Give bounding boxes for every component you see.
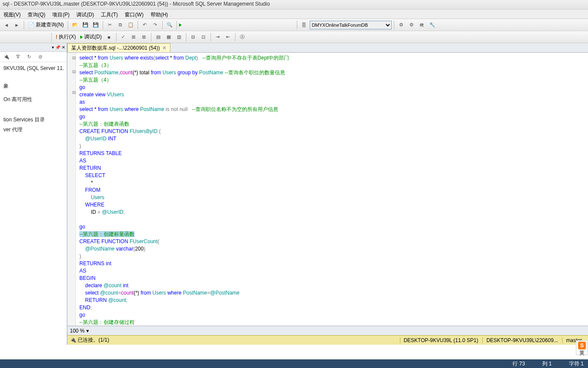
nav-fwd-icon[interactable]: ► (12, 20, 22, 30)
database-selector[interactable]: DMYXOnlineTalkForumDB (310, 21, 392, 29)
tool-icon-2[interactable]: ⚙ (407, 20, 416, 30)
tree-item[interactable]: ver 代理 (2, 125, 65, 135)
menu-project[interactable]: 项目(P) (49, 10, 73, 18)
save-all-icon[interactable]: 💾 (91, 20, 101, 30)
tool-icon-4[interactable]: 🔧 (428, 20, 437, 30)
cursor-char: 字符 1 (569, 360, 584, 368)
new-query-button[interactable]: 📄 新建查询(N) (26, 21, 66, 29)
title-bar: sql - DESKTOP-9KVU39L.master (DESKTOP-9K… (0, 0, 588, 10)
specify-values-icon[interactable]: Ⓐ (238, 32, 247, 42)
open-file-icon[interactable]: 📂 (70, 20, 80, 30)
tree-item[interactable]: On 高可用性 (2, 95, 65, 105)
save-icon[interactable]: 💾 (81, 20, 90, 30)
ime-indicator[interactable]: S英 (576, 340, 588, 355)
object-tree[interactable]: 9KVU39L (SQL Server 11. 象 On 高可用性 tion S… (0, 62, 67, 136)
copy-icon[interactable]: ⧉ (116, 20, 125, 30)
indent-icon[interactable]: ⇥ (213, 32, 223, 42)
tool-icon-3[interactable]: 🛠 (417, 20, 427, 30)
editor-area: 某人资部数据库.sql -...\22060901 (54)) ✕ ⊟ ⊟ ⊟ … (67, 43, 588, 345)
zoom-level[interactable]: 100 % (70, 328, 85, 334)
parse-icon[interactable]: ✓ (119, 32, 128, 42)
zoom-bar: 100 % ▾ (67, 326, 588, 335)
undo-icon[interactable]: ↶ (140, 20, 150, 30)
menu-window[interactable]: 窗口(W) (121, 10, 147, 18)
nav-back-icon[interactable]: ◄ (2, 20, 11, 30)
menu-bar: 视图(V) 查询(Q) 项目(P) 调试(D) 工具(T) 窗口(W) 帮助(H… (0, 10, 588, 19)
stop-icon[interactable]: ⊘ (35, 52, 45, 62)
menu-debug[interactable]: 调试(D) (73, 10, 97, 18)
cursor-line: 行 73 (513, 360, 525, 368)
comment-icon[interactable]: ⊟ (189, 32, 198, 42)
fold-column[interactable]: ⊟ ⊟ ⊟ (72, 54, 76, 96)
menu-help[interactable]: 帮助(H) (147, 10, 172, 18)
run-icon[interactable] (179, 23, 182, 27)
db-icon: 🗄 (299, 20, 309, 30)
status-bar: 🔌 已连接。(1/1) DESKTOP-9KVU39L (11.0 SP1) D… (67, 335, 588, 345)
outdent-icon[interactable]: ⇤ (223, 32, 233, 42)
menu-view[interactable]: 视图(V) (0, 10, 24, 18)
redo-icon[interactable]: ↷ (151, 20, 160, 30)
pane-toolbar: 🔌 ∇ ↻ ⊘ (0, 52, 67, 62)
code-content[interactable]: select * from Users where exists(select … (79, 53, 588, 326)
document-tabs: 某人资部数据库.sql -...\22060901 (54)) ✕ (67, 43, 588, 53)
connection-status: 已连接。(1/1) (78, 337, 109, 343)
results-grid-icon[interactable]: ▦ (164, 32, 173, 42)
tab-sql-file[interactable]: 某人资部数据库.sql -...\22060901 (54)) ✕ (67, 43, 170, 52)
menu-tools[interactable]: 工具(T) (97, 10, 121, 18)
pane-header: ▾ 📌 ✕ (0, 43, 67, 52)
toolbar-sql: ! 执行(X) 调试(D) ■ ✓ ⊞ ⊞ ▤ ▦ ▥ ⊟ ⊡ ⇥ ⇤ Ⓐ (0, 31, 588, 43)
debug-button[interactable]: 调试(D) (79, 33, 104, 41)
includeplan-icon[interactable]: ⊞ (139, 32, 149, 42)
sql-editor[interactable]: ⊟ ⊟ ⊟ select * from Users where exists(s… (67, 53, 588, 326)
execute-button[interactable]: ! 执行(X) (54, 33, 78, 41)
refresh-icon[interactable]: ↻ (24, 52, 34, 62)
toolbar-main: ◄ ► 📄 新建查询(N) 📂 💾 💾 ✂ ⧉ 📋 ↶ ↷ 🔍 🗄 DMYXOn… (0, 19, 588, 31)
find-icon[interactable]: 🔍 (165, 20, 174, 30)
paste-icon[interactable]: 📋 (126, 20, 135, 30)
results-file-icon[interactable]: ▥ (174, 32, 184, 42)
results-text-icon[interactable]: ▤ (154, 32, 163, 42)
filter-icon[interactable]: ∇ (13, 52, 22, 62)
tab-label: 某人资部数据库.sql -...\22060901 (54)) (71, 44, 160, 52)
menu-query[interactable]: 查询(Q) (24, 10, 49, 18)
close-tab-icon[interactable]: ✕ (162, 45, 167, 51)
uncomment-icon[interactable]: ⊡ (199, 32, 208, 42)
window-title: sql - DESKTOP-9KVU39L.master (DESKTOP-9K… (3, 1, 270, 7)
tree-item[interactable]: 象 (2, 81, 65, 91)
tool-icon-1[interactable]: ⚙ (396, 20, 406, 30)
tree-item[interactable]: tion Services 目录 (2, 115, 65, 125)
status-server: DESKTOP-9KVU39L (11.0 SP1) (400, 337, 482, 343)
plan-icon[interactable]: ⊞ (129, 32, 138, 42)
tree-server[interactable]: 9KVU39L (SQL Server 11. (2, 64, 65, 73)
bottom-status: 行 73 列 1 字符 1 (0, 359, 588, 368)
stop-icon[interactable]: ■ (104, 32, 114, 42)
status-login: DESKTOP-9KVU39L\220609... (482, 337, 561, 343)
connect-icon[interactable]: 🔌 (2, 52, 11, 62)
cursor-col: 列 1 (542, 360, 552, 368)
object-explorer: ▾ 📌 ✕ 🔌 ∇ ↻ ⊘ 9KVU39L (SQL Server 11. 象 … (0, 43, 67, 345)
cut-icon[interactable]: ✂ (105, 20, 115, 30)
